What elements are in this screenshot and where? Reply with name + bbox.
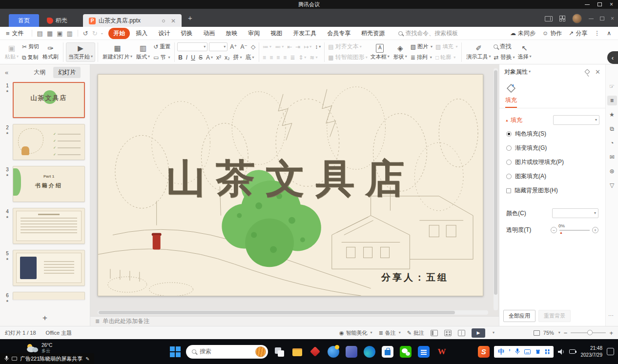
export-icon[interactable]: ▦ <box>47 30 53 37</box>
fill-option-1[interactable]: 渐变填充(G) <box>499 141 605 155</box>
shading-button[interactable]: 底▾ <box>245 53 255 61</box>
ime-punctuation[interactable]: ’ <box>509 348 511 355</box>
new-tab-button[interactable]: + <box>188 14 192 22</box>
wps-icon[interactable]: W <box>436 346 448 358</box>
font-size-select[interactable]: ▾ <box>209 42 227 51</box>
close-icon[interactable]: × <box>610 1 613 7</box>
wechat-icon[interactable] <box>400 346 412 358</box>
superscript-button[interactable]: x² <box>215 54 222 61</box>
play-options-caret[interactable]: ▾ <box>493 331 494 335</box>
wps-maximize-icon[interactable] <box>600 17 604 20</box>
command-search[interactable]: 查找命令、搜索模板 <box>398 29 458 38</box>
wps-minimize-icon[interactable] <box>589 19 594 19</box>
share-button[interactable]: ↗分享 <box>569 29 587 38</box>
user-avatar[interactable] <box>572 14 582 23</box>
menu-view[interactable]: 视图 <box>266 28 287 39</box>
tab-document[interactable]: P 山茶文具店.pptx ✕ <box>83 14 182 27</box>
close-panel-icon[interactable]: ✕ <box>595 68 600 76</box>
outdent-button[interactable]: ⇤ <box>286 43 293 50</box>
split-window-icon[interactable] <box>545 16 553 21</box>
transparency-plus-button[interactable]: + <box>592 227 598 233</box>
menu-review[interactable]: 审阅 <box>243 28 265 39</box>
clear-format-button[interactable]: ◇ <box>250 43 256 50</box>
bullets-button[interactable]: ≔▾ <box>262 43 272 50</box>
tab-slides[interactable]: 幻灯片 <box>53 67 81 78</box>
columns-button[interactable]: ≋▾ <box>309 54 318 61</box>
minimize-icon[interactable] <box>585 4 590 5</box>
tab-home[interactable]: 首页 <box>9 14 39 27</box>
pin-tab-icon[interactable] <box>162 20 165 22</box>
notes-button[interactable]: ≣ 备注 ▾ <box>379 329 401 337</box>
workspace-grid-icon[interactable] <box>559 16 565 21</box>
dec-font-button[interactable]: A⁻ <box>240 43 248 50</box>
resources-icon[interactable]: ▽ <box>607 181 617 190</box>
ime-toolbar[interactable]: 中 ’ <box>494 346 554 358</box>
numbering-button[interactable]: ≕▾ <box>274 43 285 50</box>
task-view-icon[interactable] <box>273 346 285 358</box>
fill-tab[interactable]: 填充 <box>505 96 517 108</box>
align-center-button[interactable]: ≡ <box>268 54 274 61</box>
sync-status[interactable]: ☁未同步 <box>510 29 536 38</box>
redo-icon[interactable]: ↻ <box>92 30 98 37</box>
layout-button[interactable]: ▥版式▾ <box>134 43 152 61</box>
transparency-slider[interactable]: 0% ▲ <box>559 230 590 231</box>
rail-more-icon[interactable]: ⋯ <box>608 312 614 319</box>
vertical-scrollbar[interactable] <box>494 68 498 310</box>
zoom-in-button[interactable]: + <box>609 329 613 337</box>
reset-button[interactable]: ↺重置 <box>152 42 172 51</box>
menu-transition[interactable]: 切换 <box>176 28 197 39</box>
selection-pane-icon[interactable]: ⧉ <box>607 124 617 134</box>
align-right-button[interactable]: ≡ <box>275 54 281 61</box>
new-slide-button[interactable]: ▦新建幻灯片▾ <box>101 43 134 61</box>
color-select[interactable]: ▾ <box>552 208 598 218</box>
preview-icon[interactable]: ▥ <box>66 30 72 37</box>
fill-option-3[interactable]: 图案填充(A) <box>499 169 605 183</box>
fill-option-0[interactable]: 纯色填充(S) <box>499 127 605 141</box>
slide-canvas[interactable]: 山茶文具店 分享人：五组 <box>98 74 483 296</box>
find-button[interactable]: 查找 <box>493 42 512 51</box>
menu-slideshow[interactable]: 放映 <box>221 28 242 39</box>
arrange-button[interactable]: ≣排列▾ <box>409 53 434 62</box>
edge-icon[interactable] <box>364 346 375 358</box>
subscript-button[interactable]: x₂ <box>224 54 231 61</box>
app-blue-icon[interactable] <box>346 346 357 358</box>
copy-button[interactable]: ⧉复制 <box>21 53 41 62</box>
skin-icon[interactable] <box>535 349 541 354</box>
slide-thumbnail[interactable]: ✓✓✓✓ <box>13 124 85 160</box>
print-icon[interactable]: ▣ <box>57 30 62 37</box>
bold-button[interactable]: B <box>177 54 184 61</box>
justify-button[interactable]: ≡ <box>282 54 288 61</box>
menu-home[interactable]: 开始 <box>108 28 130 39</box>
ime-mode[interactable]: 中 <box>498 347 504 356</box>
more-icon[interactable]: ⋮ <box>594 30 600 37</box>
slide-thumbnail[interactable]: Part 1书籍介绍 <box>13 166 85 202</box>
inc-font-button[interactable]: A⁺ <box>229 43 238 50</box>
smartart-button[interactable]: ▩转智能图形▾ <box>327 53 368 61</box>
comments-button[interactable]: ✎ 批注 <box>407 329 424 337</box>
object-properties-icon[interactable]: ≡ <box>607 96 617 105</box>
add-slide-button[interactable]: + <box>0 312 90 324</box>
undo-icon[interactable]: ↺ <box>83 30 88 37</box>
overlay-pencil-icon[interactable]: ✎ <box>85 356 89 362</box>
fill-option-2[interactable]: 图片或纹理填充(P) <box>499 155 605 169</box>
docs-icon[interactable] <box>418 346 430 358</box>
store-icon[interactable] <box>382 346 393 358</box>
file-explorer-icon[interactable] <box>291 346 303 358</box>
keyboard-icon[interactable] <box>524 349 531 354</box>
menu-insert[interactable]: 插入 <box>131 28 152 39</box>
menu-design[interactable]: 设计 <box>153 28 175 39</box>
menu-docer-resources[interactable]: 稻壳资源 <box>356 28 390 39</box>
settings-icon[interactable]: ⊛ <box>607 166 617 176</box>
clock-widget[interactable]: 21:48 2023/7/29 <box>581 345 603 358</box>
slideshow-play-button[interactable]: ▶ <box>472 328 485 338</box>
mail-icon[interactable]: ✉ <box>607 152 617 162</box>
cut-button[interactable]: ✂剪切 <box>21 42 41 51</box>
pin-panel-icon[interactable] <box>584 69 590 74</box>
app-red-icon[interactable] <box>309 346 321 358</box>
toolbar-options-caret[interactable]: ⌄ <box>101 31 104 35</box>
distribute-button[interactable]: ≣ <box>289 54 296 61</box>
reset-background-button[interactable]: 重置背景 <box>538 310 571 322</box>
menu-member[interactable]: 会员专享 <box>322 28 355 39</box>
shapes-button[interactable]: ◈形状▾ <box>391 43 409 61</box>
notification-center-icon[interactable] <box>607 348 614 355</box>
